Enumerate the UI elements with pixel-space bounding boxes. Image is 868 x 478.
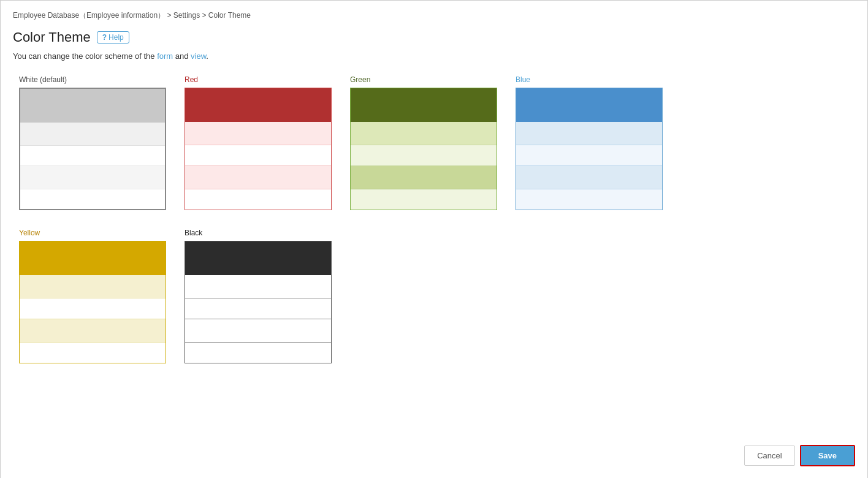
theme-red[interactable]: Red [185,75,332,210]
blue-header-bar [516,88,662,122]
theme-black[interactable]: Black [185,229,332,363]
breadcrumb-part3: Color Theme [208,11,251,20]
yellow-row1 [20,275,166,298]
description: You can change the color scheme of the f… [13,51,855,61]
view-link[interactable]: view [191,51,206,61]
theme-green-label: Green [350,75,370,84]
black-row4 [185,343,331,363]
form-link[interactable]: form [157,51,173,61]
yellow-header-bar [20,241,166,275]
green-row4 [351,189,497,210]
theme-yellow-card[interactable] [19,241,166,363]
theme-green[interactable]: Green [350,75,497,210]
black-header-bar [185,241,331,275]
theme-red-label: Red [185,75,198,84]
page-title: Color Theme [13,29,91,45]
theme-blue[interactable]: Blue [516,75,663,210]
theme-white-label: White (default) [19,75,67,84]
theme-blue-label: Blue [516,75,530,84]
page-wrapper: Employee Database（Employee information） … [1,1,867,478]
blue-row1 [516,122,662,145]
theme-green-card[interactable] [350,88,497,210]
breadcrumb: Employee Database（Employee information） … [13,10,855,21]
white-row3 [20,166,165,189]
red-row1 [185,122,331,145]
footer-buttons: Cancel Save [744,445,855,466]
red-row3 [185,166,331,189]
help-button[interactable]: ? Help [97,31,129,44]
green-row3 [351,166,497,189]
theme-black-card[interactable] [185,241,332,363]
yellow-row2 [20,298,166,319]
white-header-bar [20,89,165,123]
black-row1 [185,275,331,298]
blue-row3 [516,166,662,189]
save-button[interactable]: Save [800,445,855,466]
white-row1 [20,123,165,146]
white-row2 [20,146,165,166]
theme-blue-card[interactable] [516,88,663,210]
green-header-bar [351,88,497,122]
yellow-row3 [20,319,166,343]
themes-row-1: White (default) Red [19,75,855,210]
theme-black-label: Black [185,229,202,237]
themes-section: White (default) Red [13,75,855,363]
red-header-bar [185,88,331,122]
page-title-row: Color Theme ? Help [13,29,855,45]
theme-yellow-label: Yellow [19,229,40,237]
theme-red-card[interactable] [185,88,332,210]
themes-row-2: Yellow Black [19,229,855,363]
theme-white[interactable]: White (default) [19,75,166,210]
cancel-button[interactable]: Cancel [744,446,794,466]
breadcrumb-part1: Employee Database（Employee information） [13,11,165,20]
breadcrumb-sep2: > [202,11,208,20]
theme-white-card[interactable] [19,88,166,210]
yellow-row4 [20,343,166,363]
theme-yellow[interactable]: Yellow [19,229,166,363]
green-row2 [351,145,497,166]
white-row4 [20,189,165,209]
red-row4 [185,189,331,210]
blue-row4 [516,189,662,210]
blue-row2 [516,145,662,166]
help-label: Help [108,33,124,42]
breadcrumb-part2: Settings [173,11,200,20]
black-row3 [185,319,331,343]
black-row2 [185,298,331,319]
green-row1 [351,122,497,145]
breadcrumb-sep1: > [167,11,173,20]
question-mark-icon: ? [102,33,107,42]
red-row2 [185,145,331,166]
